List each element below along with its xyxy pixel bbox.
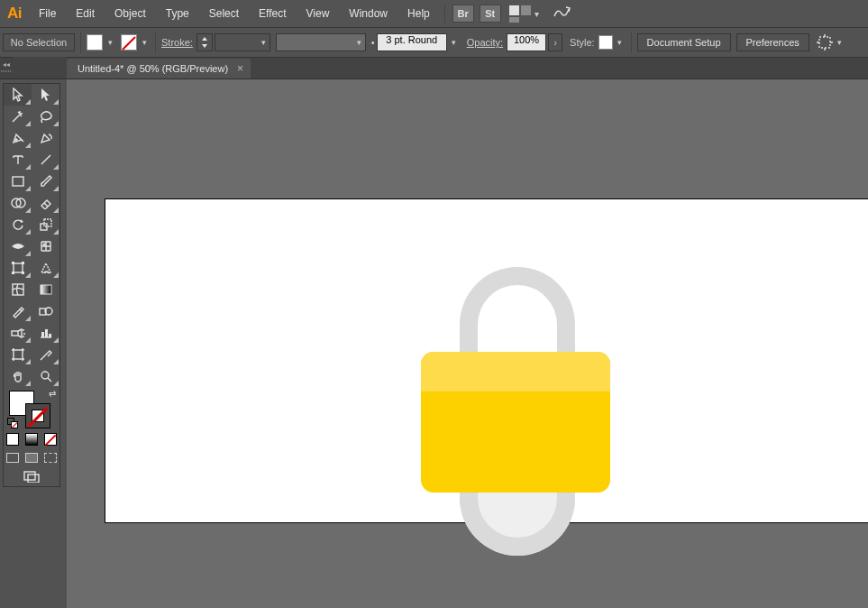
symbol-sprayer-tool-icon[interactable] xyxy=(4,322,32,344)
menu-edit[interactable]: Edit xyxy=(66,0,105,27)
direct-selection-tool-icon[interactable] xyxy=(32,84,59,106)
chevron-down-icon: ▾ xyxy=(354,38,365,47)
menu-window[interactable]: Window xyxy=(339,0,397,27)
svg-point-25 xyxy=(41,372,49,379)
chevron-down-icon: ▾ xyxy=(449,38,460,47)
svg-rect-27 xyxy=(28,474,39,483)
svg-rect-2 xyxy=(13,177,23,186)
opacity-field[interactable]: 100% xyxy=(507,33,546,51)
color-mode-solid[interactable] xyxy=(4,430,23,448)
stroke-label[interactable]: Stroke: xyxy=(161,37,193,48)
close-tab-icon[interactable]: × xyxy=(237,62,243,75)
blend-tool-icon[interactable] xyxy=(32,300,59,322)
document-tab[interactable]: Untitled-4* @ 50% (RGB/Preview) × xyxy=(67,59,251,78)
document-tab-title: Untitled-4* @ 50% (RGB/Preview) xyxy=(78,63,228,74)
svg-point-18 xyxy=(23,329,24,331)
separator xyxy=(631,32,632,53)
preferences-button[interactable]: Preferences xyxy=(736,33,809,51)
line-segment-tool-icon[interactable] xyxy=(32,149,59,170)
document-tab-strip: ◂◂ Untitled-4* @ 50% (RGB/Preview) × xyxy=(0,58,868,79)
chevron-down-icon: ▾ xyxy=(535,9,539,19)
stroke-swatch[interactable]: ▾ xyxy=(121,34,150,51)
eyedropper-tool-icon[interactable] xyxy=(4,300,32,322)
width-tool-icon[interactable] xyxy=(4,235,32,257)
canvas-area[interactable] xyxy=(67,79,868,608)
rectangle-tool-icon[interactable] xyxy=(4,170,32,192)
gradient-tool-icon[interactable] xyxy=(32,279,59,300)
screen-mode-icon[interactable] xyxy=(4,466,59,486)
artboard-tool-icon[interactable] xyxy=(4,344,32,365)
svg-rect-24 xyxy=(14,350,23,359)
chevron-down-icon: ▾ xyxy=(105,38,115,47)
svg-point-1 xyxy=(15,139,17,141)
zoom-tool-icon[interactable] xyxy=(32,365,59,387)
variable-width-profile[interactable]: ▾ xyxy=(276,33,366,51)
opacity-label[interactable]: Opacity: xyxy=(467,37,503,48)
menu-view[interactable]: View xyxy=(297,0,340,27)
color-mode-none[interactable] xyxy=(41,430,59,448)
launch-stock-st-icon[interactable]: St xyxy=(480,5,501,23)
svg-rect-9 xyxy=(12,262,14,264)
menu-type[interactable]: Type xyxy=(156,0,199,27)
menu-help[interactable]: Help xyxy=(397,0,440,27)
separator xyxy=(155,32,156,53)
puppet-warp-tool-icon[interactable] xyxy=(32,235,59,257)
svg-rect-12 xyxy=(22,272,24,274)
draw-normal-icon[interactable] xyxy=(4,448,23,466)
graphic-style-swatch[interactable]: ▾ xyxy=(598,35,626,50)
launch-bridge-br-icon[interactable]: Br xyxy=(452,5,474,23)
pen-tool-icon[interactable] xyxy=(4,127,32,149)
document-setup-button[interactable]: Document Setup xyxy=(637,33,731,51)
column-graph-tool-icon[interactable] xyxy=(32,322,59,344)
type-tool-icon[interactable] xyxy=(4,149,32,170)
shaper-tool-icon[interactable] xyxy=(32,257,59,279)
free-transform-tool-icon[interactable] xyxy=(4,257,32,279)
magic-wand-tool-icon[interactable] xyxy=(4,106,32,127)
svg-rect-26 xyxy=(24,472,35,480)
svg-rect-17 xyxy=(12,331,18,336)
arrange-documents-icon[interactable]: ▾ xyxy=(509,5,539,23)
eraser-tool-icon[interactable] xyxy=(32,192,59,214)
svg-rect-11 xyxy=(12,272,14,274)
chevron-down-icon: ▾ xyxy=(139,38,150,47)
menu-select[interactable]: Select xyxy=(199,0,249,27)
stroke-weight-field[interactable]: ▾ xyxy=(215,33,270,51)
selection-tool-icon[interactable] xyxy=(4,84,32,106)
fill-stroke-color-control[interactable]: ⇄ xyxy=(4,387,59,430)
svg-rect-6 xyxy=(44,219,51,226)
svg-rect-13 xyxy=(13,284,23,295)
shape-builder-tool-icon[interactable] xyxy=(4,192,32,214)
hand-tool-icon[interactable] xyxy=(4,365,32,387)
opacity-popup[interactable]: › xyxy=(548,33,562,51)
align-to-icon[interactable]: ▾ xyxy=(817,34,845,51)
scale-tool-icon[interactable] xyxy=(32,214,59,235)
mesh-tool-icon[interactable] xyxy=(4,279,32,300)
draw-inside-icon[interactable] xyxy=(41,448,59,466)
artwork-lock-body[interactable] xyxy=(421,352,610,493)
menu-divider xyxy=(444,4,445,23)
brush-definition[interactable]: • 3 pt. Round ▾ xyxy=(371,33,460,51)
svg-rect-10 xyxy=(22,262,24,264)
curvature-tool-icon[interactable] xyxy=(32,127,59,149)
svg-rect-21 xyxy=(41,332,44,337)
svg-rect-14 xyxy=(41,285,51,294)
menu-object[interactable]: Object xyxy=(105,0,156,27)
color-mode-gradient[interactable] xyxy=(23,430,41,448)
lasso-tool-icon[interactable] xyxy=(32,106,59,127)
panel-collapse-handle[interactable]: ◂◂ xyxy=(0,57,13,78)
stroke-weight-stepper[interactable] xyxy=(196,33,213,51)
swap-fill-stroke-icon[interactable]: ⇄ xyxy=(49,389,56,399)
fill-swatch[interactable]: ▾ xyxy=(87,34,115,51)
stroke-color-swatch[interactable] xyxy=(25,403,50,428)
rotate-tool-icon[interactable] xyxy=(4,214,32,235)
svg-rect-0 xyxy=(819,37,830,48)
default-fill-stroke-icon[interactable] xyxy=(7,418,18,428)
draw-behind-icon[interactable] xyxy=(23,448,41,466)
slice-tool-icon[interactable] xyxy=(32,344,59,365)
paintbrush-tool-icon[interactable] xyxy=(32,170,59,192)
tab-gap xyxy=(13,57,67,78)
menu-effect[interactable]: Effect xyxy=(249,0,296,27)
control-bar: No Selection ▾ ▾ Stroke: ▾ ▾ • 3 pt. Rou… xyxy=(0,27,868,58)
gpu-performance-icon[interactable] xyxy=(552,4,571,23)
menu-file[interactable]: File xyxy=(29,0,66,27)
